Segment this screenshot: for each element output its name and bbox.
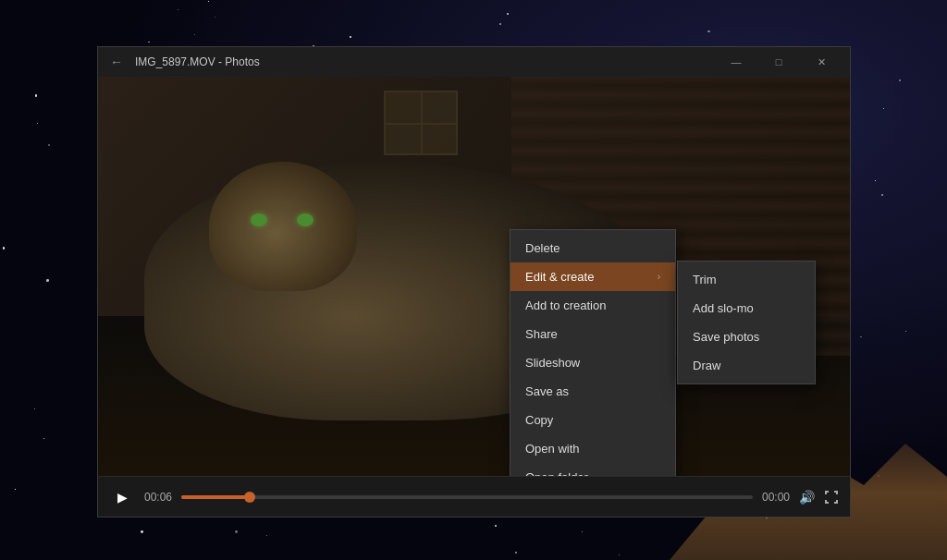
submenu-item-draw[interactable]: Draw xyxy=(678,351,815,380)
video-area: Delete Edit & create › Trim Add slo-mo S… xyxy=(98,77,850,476)
close-button[interactable]: ✕ xyxy=(800,47,842,77)
progress-bar[interactable] xyxy=(181,495,753,499)
progress-fill xyxy=(181,495,250,499)
cat-eye-right xyxy=(297,213,314,226)
submenu-arrow-icon: › xyxy=(658,272,660,282)
minimize-button[interactable]: — xyxy=(715,47,757,77)
end-time: 00:00 xyxy=(762,491,790,504)
progress-thumb[interactable] xyxy=(244,492,255,503)
menu-item-delete[interactable]: Delete xyxy=(510,234,675,262)
menu-item-copy[interactable]: Copy xyxy=(510,406,675,434)
room-window-decoration xyxy=(384,91,458,155)
play-button[interactable]: ▶ xyxy=(109,484,135,510)
menu-item-save-as[interactable]: Save as xyxy=(510,377,675,406)
menu-item-slideshow[interactable]: Slideshow xyxy=(510,348,675,377)
window-title: IMG_5897.MOV - Photos xyxy=(135,55,715,68)
maximize-button[interactable]: □ xyxy=(757,47,800,77)
player-controls: ▶ 00:06 00:00 🔊 xyxy=(98,476,850,517)
menu-item-add-creation[interactable]: Add to creation xyxy=(510,291,675,320)
submenu-item-add-slo-mo[interactable]: Add slo-mo xyxy=(678,294,815,323)
menu-item-open-with[interactable]: Open with xyxy=(510,434,675,463)
back-icon: ← xyxy=(110,55,123,69)
title-bar: ← IMG_5897.MOV - Photos — □ ✕ xyxy=(98,47,850,77)
window-controls: — □ ✕ xyxy=(715,47,842,77)
cat-head xyxy=(209,162,357,291)
app-window: ← IMG_5897.MOV - Photos — □ ✕ Delete Edi… xyxy=(97,46,851,517)
submenu-item-trim[interactable]: Trim xyxy=(678,265,815,294)
submenu-item-save-photos[interactable]: Save photos xyxy=(678,323,815,351)
context-menu: Delete Edit & create › Trim Add slo-mo S… xyxy=(510,229,676,476)
fullscreen-button[interactable] xyxy=(824,490,839,505)
menu-item-edit-create[interactable]: Edit & create › Trim Add slo-mo Save pho… xyxy=(510,262,675,291)
volume-button[interactable]: 🔊 xyxy=(799,490,815,505)
menu-item-open-folder[interactable]: Open folder xyxy=(510,463,675,476)
current-time: 00:06 xyxy=(144,491,172,504)
menu-item-share[interactable]: Share xyxy=(510,320,675,348)
edit-create-submenu: Trim Add slo-mo Save photos Draw xyxy=(677,261,816,384)
cat-eye-left xyxy=(251,213,267,226)
back-button[interactable]: ← xyxy=(105,51,128,73)
